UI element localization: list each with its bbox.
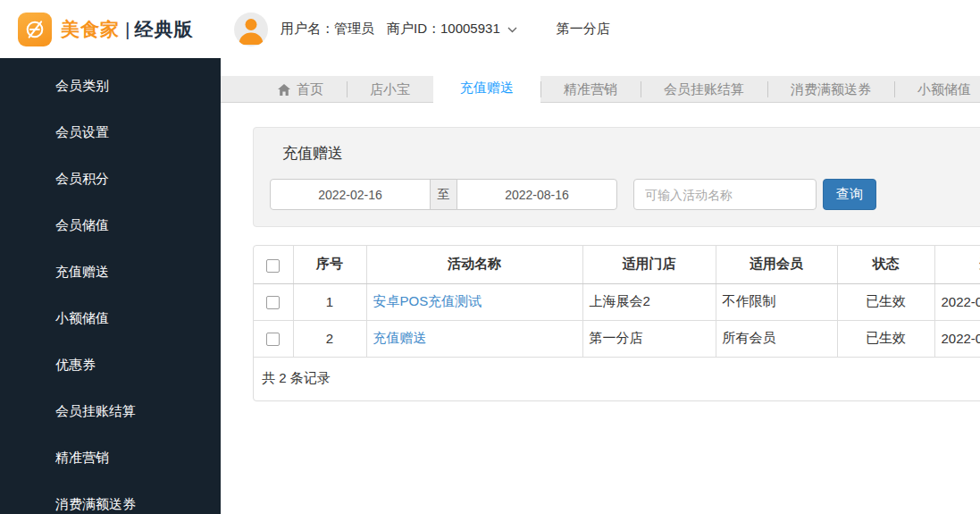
brand-wordmark: 美食家|经典版 [61,17,193,42]
cell-store: 上海展会2 [582,283,716,320]
sidebar-item-8[interactable]: 会员挂账结算 [0,388,221,434]
tab-label: 店小宝 [370,81,410,98]
cell-activity-name: 充值赠送 [366,320,582,357]
user-info: 用户名：管理员商户ID：10005931 第一分店 [234,13,610,46]
column-header: 开始时间 [934,246,980,283]
app-window: 美食家|经典版 用户名：管理员商户ID：10005931 第一分店 会员类别会员… [0,0,980,514]
column-header: 活动名称 [366,246,582,283]
tab-label: 充值赠送 [460,80,514,97]
tab-label: 小额储值 [917,81,971,98]
column-header: 适用会员 [716,246,837,283]
table-row: 2充值赠送第一分店所有会员已生效2022-0 [254,320,980,357]
tab-home[interactable]: 首页 [255,76,347,103]
body-layout: 会员类别会员设置会员积分会员储值充值赠送小额储值优惠券会员挂账结算精准营销消费满… [0,58,980,514]
content: 充值赠送 至 查询 [221,103,980,401]
record-count: 共 2 条记录 [254,358,980,400]
tabbar: 首页店小宝充值赠送精准营销会员挂账结算消费满额送券小额储值会员 [221,72,980,103]
sidebar-item-5[interactable]: 充值赠送 [0,249,221,295]
topbar: 美食家|经典版 用户名：管理员商户ID：10005931 第一分店 [0,0,980,58]
username-label: 用户名：管理员 [281,21,374,36]
tab-label: 消费满额送券 [791,81,871,98]
merchant-id-label: 商户ID：10005931 [387,21,500,36]
cell-activity-name: 安卓POS充值测试 [366,283,582,320]
cell-status: 已生效 [837,320,934,357]
cell-start-time: 2022-0 [934,283,980,320]
date-to-input[interactable] [456,179,617,210]
user-text: 用户名：管理员商户ID：10005931 [281,21,530,38]
column-header: 状态 [837,246,934,283]
sidebar-item-3[interactable]: 会员积分 [0,156,221,202]
logo-glyph-icon [21,16,48,43]
avatar [234,13,268,46]
cell-member: 所有会员 [716,320,837,357]
tab-chongzhi-zengsong[interactable]: 充值赠送 [433,72,540,104]
tab-label: 首页 [297,81,323,98]
chevron-down-icon[interactable] [507,21,517,36]
query-button[interactable]: 查询 [823,179,876,210]
store-name: 第一分店 [557,21,610,38]
row-checkbox[interactable] [266,333,280,346]
column-header: 适用门店 [582,246,716,283]
brand-divider: | [125,19,130,39]
tab-guazhang-jiesuan[interactable]: 会员挂账结算 [641,76,767,103]
main-area: 首页店小宝充值赠送精准营销会员挂账结算消费满额送券小额储值会员 充值赠送 至 查… [221,58,980,514]
tab-dianxiaobao[interactable]: 店小宝 [347,76,433,103]
cell-start-time: 2022-0 [934,320,980,357]
table-header-row: 序号活动名称适用门店适用会员状态开始时间 [254,246,980,283]
date-range-separator: 至 [430,179,457,210]
brand-edition: 经典版 [134,19,193,39]
brand-name: 美食家 [61,19,120,39]
date-range-group: 至 [270,179,617,210]
cell-index: 1 [293,283,366,320]
table-card: 序号活动名称适用门店适用会员状态开始时间 1安卓POS充值测试上海展会2不作限制… [253,245,980,401]
activity-table: 序号活动名称适用门店适用会员状态开始时间 1安卓POS充值测试上海展会2不作限制… [254,246,980,358]
tab-manersongquan[interactable]: 消费满额送券 [767,76,894,103]
date-from-input[interactable] [270,179,431,210]
sidebar-item-7[interactable]: 优惠券 [0,341,221,388]
activity-link[interactable]: 安卓POS充值测试 [373,293,482,308]
logo: 美食家|经典版 [0,13,221,46]
column-header: 序号 [293,246,366,283]
activity-name-search-input[interactable] [633,179,817,210]
brand-logo-icon [18,13,52,46]
filter-row: 至 查询 [270,179,980,210]
cell-index: 2 [293,320,366,357]
sidebar: 会员类别会员设置会员积分会员储值充值赠送小额储值优惠券会员挂账结算精准营销消费满… [0,58,221,514]
filter-panel: 充值赠送 至 查询 [253,127,980,227]
sidebar-item-1[interactable]: 会员类别 [0,63,221,109]
sidebar-item-4[interactable]: 会员储值 [0,202,221,249]
sidebar-item-2[interactable]: 会员设置 [0,109,221,156]
sidebar-item-6[interactable]: 小额储值 [0,295,221,341]
tab-xiaoe-chuzhi[interactable]: 小额储值 [894,76,980,103]
sidebar-item-9[interactable]: 精准营销 [0,434,221,481]
page-title: 充值赠送 [282,143,980,164]
cell-member: 不作限制 [716,283,837,320]
home-icon [278,84,290,96]
sidebar-item-10[interactable]: 消费满额送券 [0,481,221,514]
tab-jingzhun-yingxiao[interactable]: 精准营销 [540,76,641,103]
row-checkbox[interactable] [266,296,280,309]
activity-link[interactable]: 充值赠送 [373,330,427,345]
tab-label: 会员挂账结算 [664,81,744,98]
table-row: 1安卓POS充值测试上海展会2不作限制已生效2022-0 [254,283,980,320]
person-icon [234,13,268,46]
cell-store: 第一分店 [582,320,716,357]
tab-label: 精准营销 [564,81,617,98]
select-all-checkbox[interactable] [266,259,280,273]
cell-status: 已生效 [837,283,934,320]
